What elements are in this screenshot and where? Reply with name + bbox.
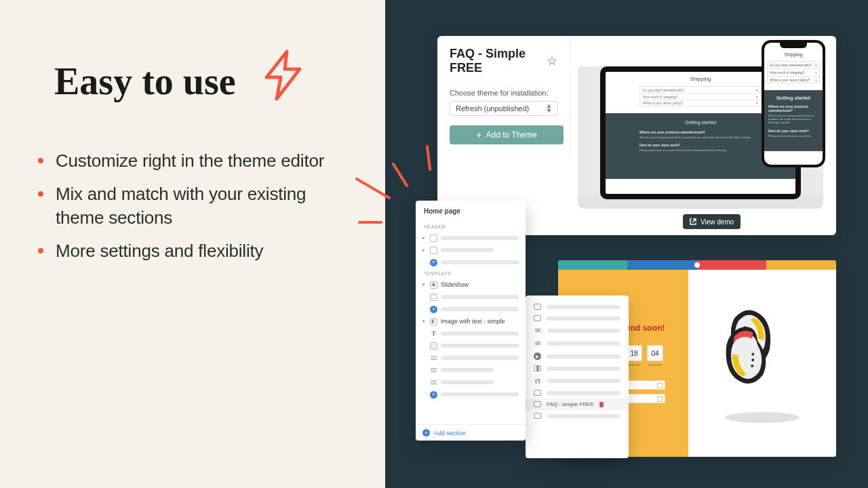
add-section-label: Add section xyxy=(434,430,466,436)
view-demo-button[interactable]: View demo xyxy=(683,214,741,229)
color-strip xyxy=(558,260,836,270)
section-row[interactable]: ✉ xyxy=(526,324,629,337)
promo-input[interactable] xyxy=(626,394,665,403)
left-column: Easy to use Customize right in the theme… xyxy=(0,0,385,488)
theme-editor-panel: Home page HEADER ▸ ▸ + TEMPLATE ▾▣Slides… xyxy=(416,201,526,441)
faq-row[interactable]: Do you ship internationally?+ xyxy=(767,61,820,68)
editor-row-add[interactable]: + xyxy=(416,388,526,401)
faq-answer: We are a local company and all of our pr… xyxy=(639,136,762,139)
section-row[interactable]: ✉ xyxy=(526,337,629,350)
section-icon xyxy=(534,401,541,407)
text-icon: T xyxy=(430,330,437,338)
editor-row[interactable]: ▸ xyxy=(416,232,526,244)
section-row[interactable]: {/} xyxy=(526,374,629,387)
paragraph-icon xyxy=(430,354,437,362)
theme-select[interactable]: Refresh (unpublished) ▲▼ xyxy=(450,101,558,116)
promo-headline: end soon! xyxy=(626,323,688,333)
faq-row[interactable]: Do you ship internationally?▾ xyxy=(639,86,762,93)
faq-question: Where are your products manufactured? xyxy=(768,104,818,113)
theme-select-value: Refresh (unpublished) xyxy=(456,104,529,113)
tag-chip-icon xyxy=(599,402,604,407)
external-link-icon xyxy=(690,218,696,225)
getting-started-title: Getting started xyxy=(639,120,762,125)
countdown-timer: 18 04 xyxy=(626,345,688,361)
bullet-item: Mix and match with your existing theme s… xyxy=(38,182,357,230)
phone-mockup: Shipping Do you ship internationally?+ H… xyxy=(762,40,825,167)
paragraph-icon xyxy=(430,367,437,374)
promo-input[interactable] xyxy=(626,380,665,390)
faq-answer: Please take a look at our size chart for… xyxy=(639,148,762,152)
section-row[interactable]: ▶ xyxy=(526,350,629,363)
bullet-item: Customize right in the theme editor xyxy=(38,149,357,173)
feature-bullets: Customize right in the theme editor Mix … xyxy=(38,149,357,272)
editor-row-slideshow[interactable]: ▾▣Slideshow xyxy=(416,279,526,291)
mail-icon: ✉ xyxy=(534,340,542,347)
faq-answer: Please take a look at our size chart. xyxy=(768,134,818,138)
braces-icon: {/} xyxy=(534,377,542,384)
timer-label: SECONDS xyxy=(647,363,663,367)
editor-row-add[interactable]: + xyxy=(416,256,526,268)
section-row[interactable] xyxy=(526,363,629,374)
install-panel: FAQ - Simple FREE ☆ Choose theme for ins… xyxy=(437,36,570,157)
page-heading: Easy to use xyxy=(54,60,236,103)
split-icon xyxy=(534,365,541,371)
editor-title: Home page xyxy=(416,201,526,222)
image-icon: ▣ xyxy=(430,281,437,289)
add-icon: + xyxy=(422,429,430,436)
editor-row[interactable] xyxy=(416,376,526,388)
section-row[interactable] xyxy=(526,387,629,399)
paragraph-icon xyxy=(430,379,437,386)
lightning-icon xyxy=(262,49,305,102)
svg-point-5 xyxy=(725,412,800,423)
section-row[interactable] xyxy=(526,301,629,312)
favorite-star-icon[interactable]: ☆ xyxy=(547,54,557,68)
section-label: FAQ - simple FREE xyxy=(547,401,594,407)
faq-row[interactable]: How much is shipping?+ xyxy=(767,68,820,76)
add-icon: + xyxy=(430,259,437,266)
app-title: FAQ - Simple FREE xyxy=(450,47,541,75)
select-arrows-icon: ▲▼ xyxy=(546,104,552,113)
product-image xyxy=(688,270,836,457)
section-row[interactable] xyxy=(526,312,629,324)
editor-row[interactable]: T xyxy=(416,327,526,340)
faq-question: How do your sizes work? xyxy=(768,129,818,133)
plus-icon: + xyxy=(476,130,481,140)
choose-theme-label: Choose theme for installation: xyxy=(450,89,557,97)
faq-question: How do your sizes work? xyxy=(639,143,762,147)
add-icon: + xyxy=(430,391,437,399)
getting-started-title: Getting started xyxy=(768,96,818,100)
editor-row[interactable] xyxy=(416,352,526,364)
phone-section-title: Shipping xyxy=(764,52,823,57)
add-to-theme-button[interactable]: + Add to Theme xyxy=(450,125,564,144)
svg-line-1 xyxy=(393,164,407,186)
bullet-item: More settings and flexibility xyxy=(38,239,357,263)
shoe-illustration xyxy=(705,296,820,431)
timer-cell: 04 xyxy=(647,345,663,361)
editor-row-image-text[interactable]: ▾◧Image with text - simple xyxy=(416,315,526,327)
faq-row[interactable]: How much is shipping?▾ xyxy=(639,93,762,100)
editor-row[interactable]: ▸ xyxy=(416,244,526,256)
editor-row-add[interactable]: + xyxy=(416,303,526,315)
faq-row[interactable]: What is your return policy?▾ xyxy=(639,100,762,106)
mail-icon: ✉ xyxy=(534,327,542,334)
expand-icon: ⛶ xyxy=(430,293,437,301)
play-icon: ▶ xyxy=(534,352,541,360)
layout-icon: ◧ xyxy=(430,318,437,325)
sections-panel: ✉ ✉ ▶ {/} FAQ - simple FREE xyxy=(526,296,629,458)
faq-answer: We are a local company and all of our pr… xyxy=(768,114,818,125)
section-row[interactable] xyxy=(526,410,629,422)
add-to-theme-label: Add to Theme xyxy=(486,130,537,140)
add-icon: + xyxy=(430,306,437,313)
svg-line-0 xyxy=(357,179,389,198)
phone-notch xyxy=(780,43,807,48)
editor-row[interactable]: ⛶ xyxy=(416,340,526,352)
view-demo-label: View demo xyxy=(701,218,734,226)
editor-row[interactable]: ⛶ xyxy=(416,291,526,303)
faq-row[interactable]: What is your return policy?+ xyxy=(767,76,820,83)
faq-question: Where are your products manufactured? xyxy=(639,130,762,134)
template-label: TEMPLATE xyxy=(416,268,526,279)
header-label: HEADER xyxy=(416,222,526,232)
editor-row[interactable] xyxy=(416,364,526,376)
section-row-highlighted[interactable]: FAQ - simple FREE xyxy=(526,399,629,410)
add-section-button[interactable]: + Add section xyxy=(416,424,526,441)
